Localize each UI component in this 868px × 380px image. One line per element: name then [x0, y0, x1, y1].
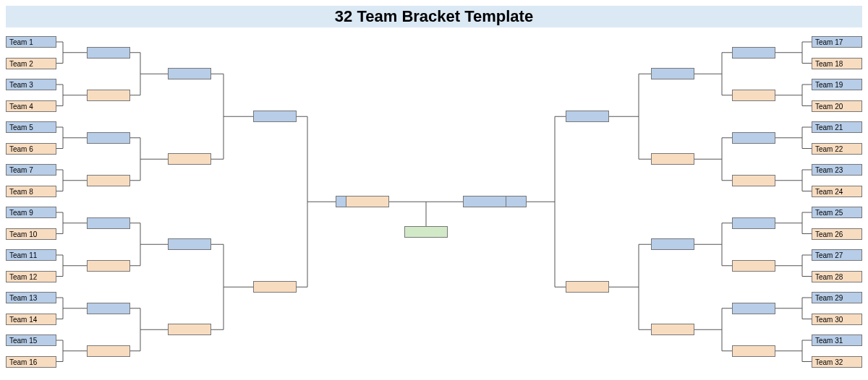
right-team-4[interactable]: Team 20: [812, 100, 862, 112]
right-r4-1[interactable]: [566, 111, 609, 122]
right-team-13[interactable]: Team 29: [812, 292, 862, 303]
right-team-16[interactable]: Team 32: [812, 356, 862, 368]
right-r2-1[interactable]: [732, 47, 775, 59]
final-left[interactable]: [346, 196, 389, 207]
left-r2-6[interactable]: [87, 260, 130, 272]
left-r3-4[interactable]: [168, 324, 211, 335]
left-team-12[interactable]: Team 12: [6, 271, 56, 282]
right-r2-7[interactable]: [732, 303, 775, 314]
left-team-5[interactable]: Team 5: [6, 121, 56, 133]
left-team-16[interactable]: Team 16: [6, 356, 56, 368]
left-team-14[interactable]: Team 14: [6, 314, 56, 325]
right-r2-3[interactable]: [732, 132, 775, 144]
champion-slot[interactable]: [404, 226, 448, 238]
right-r4-2[interactable]: [566, 281, 609, 293]
left-team-13[interactable]: Team 13: [6, 292, 56, 303]
final-right[interactable]: [463, 196, 506, 207]
left-r2-5[interactable]: [87, 217, 130, 229]
left-r2-4[interactable]: [87, 175, 130, 186]
right-r3-3[interactable]: [651, 238, 694, 250]
left-r2-7[interactable]: [87, 303, 130, 314]
right-r3-1[interactable]: [651, 68, 694, 79]
left-r4-2[interactable]: [253, 281, 297, 293]
left-team-8[interactable]: Team 8: [6, 186, 56, 197]
right-team-12[interactable]: Team 28: [812, 271, 862, 282]
left-team-7[interactable]: Team 7: [6, 164, 56, 176]
right-team-1[interactable]: Team 17: [812, 36, 862, 48]
right-r2-6[interactable]: [732, 260, 775, 272]
right-r3-2[interactable]: [651, 153, 694, 165]
right-team-9[interactable]: Team 25: [812, 207, 862, 218]
right-team-10[interactable]: Team 26: [812, 228, 862, 240]
right-r2-8[interactable]: [732, 345, 775, 357]
right-team-2[interactable]: Team 18: [812, 58, 862, 69]
left-team-3[interactable]: Team 3: [6, 79, 56, 90]
left-r2-3[interactable]: [87, 132, 130, 144]
right-r2-2[interactable]: [732, 90, 775, 101]
right-team-7[interactable]: Team 23: [812, 164, 862, 176]
left-team-10[interactable]: Team 10: [6, 228, 56, 240]
left-team-6[interactable]: Team 6: [6, 143, 56, 155]
bracket-template: 32 Team Bracket Template Team 1Team 2Tea…: [0, 0, 868, 380]
right-team-6[interactable]: Team 22: [812, 143, 862, 155]
left-team-9[interactable]: Team 9: [6, 207, 56, 218]
left-r2-1[interactable]: [87, 47, 130, 59]
left-r3-3[interactable]: [168, 238, 211, 250]
left-r2-2[interactable]: [87, 90, 130, 101]
left-r3-1[interactable]: [168, 68, 211, 79]
right-team-3[interactable]: Team 19: [812, 79, 862, 90]
left-team-4[interactable]: Team 4: [6, 100, 56, 112]
left-team-1[interactable]: Team 1: [6, 36, 56, 48]
left-r4-1[interactable]: [253, 111, 297, 122]
left-r3-2[interactable]: [168, 153, 211, 165]
left-team-11[interactable]: Team 11: [6, 249, 56, 261]
right-team-8[interactable]: Team 24: [812, 186, 862, 197]
right-team-11[interactable]: Team 27: [812, 249, 862, 261]
right-team-14[interactable]: Team 30: [812, 314, 862, 325]
left-r2-8[interactable]: [87, 345, 130, 357]
left-team-15[interactable]: Team 15: [6, 334, 56, 346]
right-r3-4[interactable]: [651, 324, 694, 335]
right-team-5[interactable]: Team 21: [812, 121, 862, 133]
left-team-2[interactable]: Team 2: [6, 58, 56, 69]
right-r2-5[interactable]: [732, 217, 775, 229]
right-team-15[interactable]: Team 31: [812, 334, 862, 346]
right-r2-4[interactable]: [732, 175, 775, 186]
